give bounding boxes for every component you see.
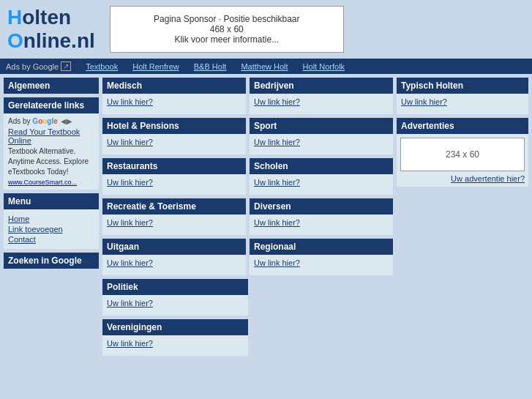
- hotel-box: Hotel & Pensions Uw link hier?: [102, 118, 246, 154]
- adv-placeholder[interactable]: 234 x 60: [400, 138, 525, 171]
- menu-header: Menu: [4, 193, 99, 209]
- recreatie-link[interactable]: Uw link hier?: [107, 218, 153, 227]
- advertenties-body: 234 x 60 Uw advertentie hier?: [397, 134, 528, 187]
- scholen-link[interactable]: Uw link hier?: [254, 178, 300, 187]
- diversen-link[interactable]: Uw link hier?: [254, 218, 300, 227]
- ads-label: Ads by Google: [6, 62, 59, 71]
- col-left: Medisch Uw link hier? Bedrijven Uw link …: [102, 78, 393, 356]
- bedrijven-link[interactable]: Uw link hier?: [254, 97, 300, 106]
- ads-icon: ↗: [61, 61, 71, 71]
- regionaal-box: Regionaal Uw link hier?: [250, 239, 393, 275]
- nav-link-holt-norfolk[interactable]: Holt Norfolk: [303, 62, 345, 71]
- sport-link[interactable]: Uw link hier?: [254, 138, 300, 146]
- zoeken-header: Zoeken in Google: [4, 253, 99, 269]
- zoeken-section: Zoeken in Google: [4, 253, 99, 269]
- ads-sidebar-label: Ads by Google: [8, 117, 58, 125]
- row-recreatie-diversen: Recreatie & Toerisme Uw link hier? Diver…: [102, 198, 393, 235]
- medisch-link[interactable]: Uw link hier?: [107, 97, 153, 106]
- medisch-header: Medisch: [102, 78, 246, 94]
- diversen-box: Diversen Uw link hier?: [250, 198, 393, 235]
- hotel-body: Uw link hier?: [102, 134, 246, 154]
- sport-box: Sport Uw link hier?: [250, 118, 393, 154]
- menu-section: Menu Home Link toevoegen Contact: [4, 193, 99, 249]
- restaurants-link[interactable]: Uw link hier?: [107, 178, 153, 187]
- nav-arrows[interactable]: ◀▶: [61, 117, 72, 125]
- row-hotel-sport: Hotel & Pensions Uw link hier? Sport Uw …: [102, 118, 393, 154]
- typisch-link[interactable]: Uw link hier?: [401, 97, 447, 106]
- advertenties-box: Advertenties 234 x 60 Uw advertentie hie…: [397, 118, 528, 187]
- algemeen-header: Algemeen: [4, 78, 99, 94]
- sponsor-line3: Klik voor meer informatie...: [125, 34, 329, 45]
- ad-coursesmart-link[interactable]: www.CourseSmart.co...: [8, 179, 77, 186]
- scholen-box: Scholen Uw link hier?: [250, 158, 393, 195]
- scholen-header: Scholen: [250, 158, 393, 174]
- gerelateerde-content: Ads by Google ◀▶ Read Your Textbook Onli…: [4, 113, 99, 190]
- regionaal-link[interactable]: Uw link hier?: [254, 258, 300, 267]
- hotel-header: Hotel & Pensions: [102, 118, 246, 134]
- sport-body: Uw link hier?: [250, 134, 393, 154]
- ad-body-text: Textbook Alternative. Anytime Access. Ex…: [8, 146, 94, 177]
- hotel-link[interactable]: Uw link hier?: [107, 138, 153, 146]
- nav-link-textbook[interactable]: Textbook: [86, 62, 118, 71]
- recreatie-body: Uw link hier?: [102, 215, 246, 235]
- restaurants-body: Uw link hier?: [102, 174, 246, 195]
- verenigingen-link[interactable]: Uw link hier?: [107, 339, 153, 348]
- restaurants-header: Restaurants: [102, 158, 246, 174]
- typisch-holten-box: Typisch Holten Uw link hier?: [397, 78, 528, 114]
- typisch-body: Uw link hier?: [397, 94, 528, 114]
- bedrijven-box: Bedrijven Uw link hier?: [250, 78, 393, 114]
- nav-link-bb-holt[interactable]: B&B Holt: [194, 62, 227, 71]
- sponsor-line1: Pagina Sponsor · Positie beschikbaar: [125, 14, 329, 24]
- politiek-header: Politiek: [102, 279, 248, 295]
- row-medisch-bedrijven: Medisch Uw link hier? Bedrijven Uw link …: [102, 78, 393, 114]
- uitgaan-box: Uitgaan Uw link hier?: [102, 239, 246, 275]
- politiek-link[interactable]: Uw link hier?: [107, 299, 153, 307]
- logo-line1: Holten: [7, 6, 95, 29]
- col-right: Typisch Holten Uw link hier? Advertentie…: [397, 78, 528, 356]
- menu-contact[interactable]: Contact: [8, 235, 94, 244]
- medisch-body: Uw link hier?: [102, 94, 246, 114]
- politiek-body: Uw link hier?: [102, 295, 248, 316]
- uitgaan-link[interactable]: Uw link hier?: [107, 258, 153, 267]
- row-uitgaan-regionaal: Uitgaan Uw link hier? Regionaal Uw link …: [102, 239, 393, 275]
- diversen-header: Diversen: [250, 198, 393, 215]
- menu-content: Home Link toevoegen Contact: [4, 209, 99, 249]
- sponsor-line2: 468 x 60: [125, 24, 329, 34]
- nav-bar: Ads by Google ↗ Textbook Holt Renfrew B&…: [0, 59, 532, 74]
- advertenties-header: Advertenties: [397, 118, 528, 134]
- adv-size: 234 x 60: [446, 149, 479, 160]
- nav-link-holt-renfrew[interactable]: Holt Renfrew: [132, 62, 179, 71]
- verenigingen-box: Verenigingen Uw link hier?: [102, 319, 248, 356]
- sport-header: Sport: [250, 118, 393, 134]
- logo-line2: Online.nl: [7, 29, 95, 53]
- row-politiek: Politiek Uw link hier?: [102, 279, 393, 316]
- verenigingen-header: Verenigingen: [102, 319, 248, 335]
- sponsor-box[interactable]: Pagina Sponsor · Positie beschikbaar 468…: [110, 6, 344, 53]
- recreatie-header: Recreatie & Toerisme: [102, 198, 246, 215]
- verenigingen-body: Uw link hier?: [102, 335, 248, 356]
- bedrijven-header: Bedrijven: [250, 78, 393, 94]
- ads-by-google: Ads by Google ↗: [6, 61, 71, 71]
- diversen-body: Uw link hier?: [250, 215, 393, 235]
- regionaal-header: Regionaal: [250, 239, 393, 255]
- menu-home[interactable]: Home: [8, 215, 94, 223]
- main-layout: Algemeen Gerelateerde links Ads by Googl…: [0, 74, 532, 359]
- typisch-header: Typisch Holten: [397, 78, 528, 94]
- uitgaan-header: Uitgaan: [102, 239, 246, 255]
- gerelateerde-section: Gerelateerde links Ads by Google ◀▶ Read…: [4, 97, 99, 190]
- politiek-box: Politiek Uw link hier?: [102, 279, 248, 316]
- ads-sidebar: Ads by Google ◀▶: [8, 117, 94, 125]
- recreatie-box: Recreatie & Toerisme Uw link hier?: [102, 198, 246, 235]
- logo: Holten Online.nl: [7, 6, 95, 53]
- sidebar: Algemeen Gerelateerde links Ads by Googl…: [4, 78, 99, 356]
- gerelateerde-header: Gerelateerde links: [4, 97, 99, 113]
- bedrijven-body: Uw link hier?: [250, 94, 393, 114]
- row-restaurants-scholen: Restaurants Uw link hier? Scholen Uw lin…: [102, 158, 393, 195]
- row-verenigingen: Verenigingen Uw link hier?: [102, 319, 393, 356]
- nav-link-matthew-holt[interactable]: Matthew Holt: [241, 62, 288, 71]
- adv-link[interactable]: Uw advertentie hier?: [400, 174, 525, 183]
- menu-link-toevoegen[interactable]: Link toevoegen: [8, 225, 94, 234]
- medisch-box: Medisch Uw link hier?: [102, 78, 246, 114]
- content-area: Medisch Uw link hier? Bedrijven Uw link …: [102, 78, 528, 356]
- ad-read-textbook[interactable]: Read Your Textbook Online: [8, 127, 94, 145]
